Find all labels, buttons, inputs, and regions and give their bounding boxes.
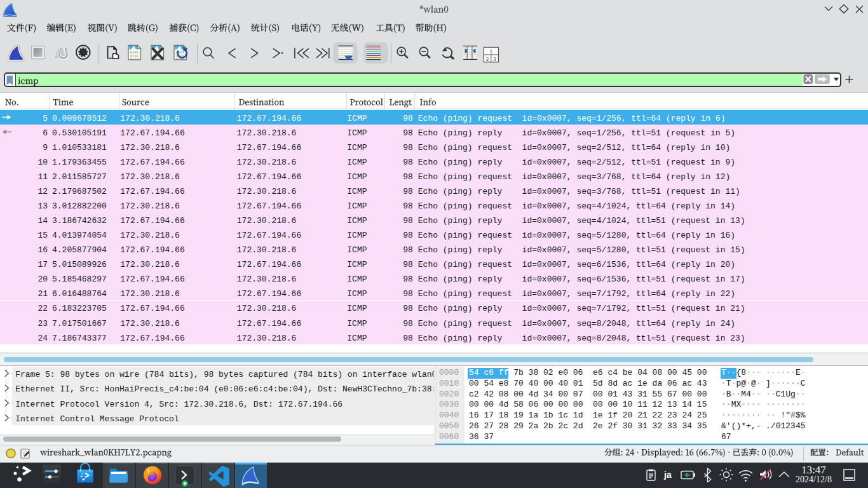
svg-text:1: 1 xyxy=(490,48,493,55)
svg-text:0111: 0111 xyxy=(130,58,139,62)
svg-text:3: 3 xyxy=(493,56,496,62)
svg-text:2: 2 xyxy=(486,56,489,62)
